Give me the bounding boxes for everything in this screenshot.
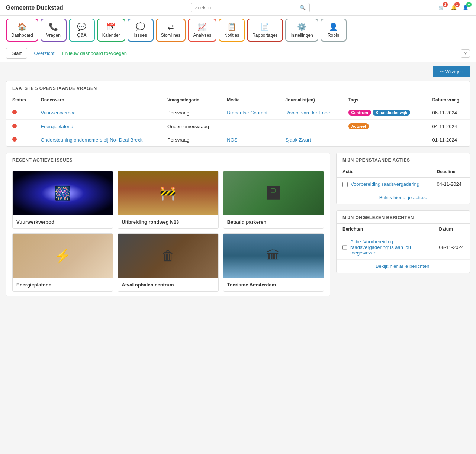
acties-col-deadline: Deadline	[431, 166, 470, 178]
bekijk-acties-link[interactable]: Bekijk hier al je acties.	[337, 191, 470, 204]
col-tags: Tags	[342, 94, 427, 106]
search-icon[interactable]: 🔍	[300, 5, 306, 10]
storylines-icon: ⇄	[168, 22, 174, 31]
onderwerp-link[interactable]: Vuurwerkverbod	[41, 110, 75, 116]
issue-card-title: Vuurwerkverbod	[13, 215, 113, 228]
nav-label-instellingen: Instellingen	[290, 33, 313, 38]
onderwerp-link[interactable]: Ondersteuning ondernemers bij No- Deal B…	[41, 137, 142, 143]
issue-card-title: Energieplafond	[13, 278, 113, 291]
onderwerp-cell: Vuurwerkverbod	[35, 106, 161, 120]
chat-icon: 💬	[77, 22, 86, 31]
table-row: Ondersteuning ondernemers bij No- Deal B…	[6, 133, 470, 147]
ongelezen-berichten-panel: MIJN ONGELEZEN BERICHTEN Berichten Datum…	[336, 210, 470, 273]
search-bar[interactable]: 🔍	[191, 3, 310, 12]
bericht-cell: Actie 'Voorbereiding raadsvergadering' i…	[337, 235, 433, 260]
bekijk-berichten-link[interactable]: Bekijk hier al je berichten.	[337, 259, 470, 273]
issue-card[interactable]: 🚧 Uitbreiding rondweg N13	[118, 171, 218, 229]
table-row: Vuurwerkverbod Persvraag Brabantse Coura…	[6, 106, 470, 120]
header-icons: 🛒 1 🔔 1 👤 ●	[437, 3, 470, 12]
vraagcategorie-cell: Persvraag	[161, 106, 221, 120]
tasks-badge: 1	[443, 2, 448, 7]
issue-card-icon: 🏛	[267, 248, 280, 264]
issue-card[interactable]: 🅿 Betaald parkeren	[223, 171, 324, 229]
issue-card-title: Toerisme Amsterdam	[223, 278, 324, 291]
nav-bar: 🏠 Dashboard 📞 Vragen 💬 Q&A 📅 Kalender 💭 …	[0, 16, 476, 45]
wijzigen-button[interactable]: ✏ Wijzigen	[433, 66, 470, 77]
nav-item-notities[interactable]: 📋 Notities	[219, 19, 245, 42]
laatste-vragen-section: LAATSTE 5 OPENSTAANDE VRAGEN Status Onde…	[6, 81, 470, 147]
issue-card[interactable]: 🏛 Toerisme Amsterdam	[223, 233, 324, 292]
media-link[interactable]: Brabantse Courant	[227, 110, 267, 116]
issue-card[interactable]: 🗑 Afval ophalen centrum	[118, 233, 218, 292]
status-dot	[12, 137, 17, 142]
nav-item-kalender[interactable]: 📅 Kalender	[97, 19, 125, 42]
bell-icon-btn[interactable]: 🔔 1	[449, 3, 458, 12]
nav-item-instellingen[interactable]: ⚙️ Instellingen	[285, 19, 318, 42]
journalist-link[interactable]: Robert van der Ende	[285, 110, 330, 116]
media-cell: Brabantse Courant	[221, 106, 279, 120]
nav-item-dashboard[interactable]: 🏠 Dashboard	[6, 19, 38, 42]
journalist-link[interactable]: Sjaak Zwart	[285, 137, 311, 143]
nav-item-storylines[interactable]: ⇄ Storylines	[156, 19, 186, 42]
avatar-icon-btn[interactable]: 👤 ●	[461, 3, 470, 12]
nav-item-vragen[interactable]: 📞 Vragen	[41, 19, 67, 42]
bericht-checkbox[interactable]	[342, 245, 347, 250]
openstaande-acties-panel: MIJN OPENSTAANDE ACTIES Actie Deadline V…	[336, 153, 470, 204]
avatar-badge: ●	[466, 2, 472, 7]
user-icon: 👤	[329, 22, 338, 31]
onderwerp-cell: Ondersteuning ondernemers bij No- Deal B…	[35, 133, 161, 147]
status-cell	[6, 120, 35, 133]
nav-label-kalender: Kalender	[102, 33, 120, 38]
nav-label-vragen: Vragen	[46, 33, 61, 38]
add-dashboard-button[interactable]: + Nieuw dashboard toevoegen	[61, 51, 127, 56]
header: Gemeente Duckstad 🔍 🛒 1 🔔 1 👤 ●	[0, 0, 476, 16]
notities-icon: 📋	[227, 22, 237, 31]
col-media: Media	[221, 94, 279, 106]
acties-title: MIJN OPENSTAANDE ACTIES	[337, 153, 470, 166]
nav-item-robin[interactable]: 👤 Robin	[321, 19, 347, 42]
datum-cell: 06-11-2024	[426, 106, 470, 120]
vragen-table: Status Onderwerp Vraagcategorie Media Jo…	[6, 94, 470, 146]
tab-overzicht[interactable]: Overzicht	[29, 48, 60, 58]
tasks-icon-btn[interactable]: 🛒 1	[437, 3, 446, 12]
acties-col-actie: Actie	[337, 166, 431, 178]
berichten-table: Berichten Datum Actie 'Voorbereiding raa…	[337, 224, 470, 259]
col-onderwerp: Onderwerp	[35, 94, 161, 106]
issues-title: RECENT ACTIEVE ISSUES	[6, 153, 330, 166]
onderwerp-link[interactable]: Energieplafond	[41, 124, 73, 129]
tag: Actueel	[348, 123, 369, 129]
actie-link[interactable]: Voorbereiding raadsvergadering	[351, 181, 419, 187]
nav-item-rapportages[interactable]: 📄 Rapportages	[247, 19, 283, 42]
media-link[interactable]: NOS	[227, 137, 237, 143]
nav-label-analyses: Analyses	[193, 33, 211, 38]
main-content: LAATSTE 5 OPENSTAANDE VRAGEN Status Onde…	[0, 81, 476, 308]
issue-card[interactable]: ⚡ Energieplafond	[12, 233, 113, 292]
nav-item-issues[interactable]: 💭 Issues	[128, 19, 154, 42]
tags-cell: Actueel	[342, 120, 427, 133]
tag: Centrum	[348, 110, 371, 116]
issue-card-image: 🗑	[118, 234, 218, 278]
search-input[interactable]	[195, 5, 300, 10]
datum-cell: 04-11-2024	[426, 120, 470, 133]
issue-card[interactable]: 🎆 Vuurwerkverbod	[12, 171, 113, 229]
actie-checkbox[interactable]	[342, 182, 348, 187]
nav-label-robin: Robin	[328, 33, 339, 38]
status-cell	[6, 106, 35, 120]
issue-card-image: 🎆	[13, 171, 113, 215]
issue-card-title: Uitbreiding rondweg N13	[118, 215, 218, 228]
nav-item-qa[interactable]: 💬 Q&A	[69, 19, 95, 42]
issue-card-image: 🅿	[223, 171, 324, 215]
bericht-link[interactable]: Actie 'Voorbereiding raadsvergadering' i…	[350, 239, 427, 256]
vraagcategorie-cell: Ondernemersvraag	[161, 120, 221, 133]
nav-label-notities: Notities	[224, 33, 239, 38]
help-button[interactable]: ?	[461, 49, 470, 58]
journalist-cell	[279, 120, 342, 133]
nav-label-rapportages: Rapportages	[252, 33, 278, 38]
status-dot	[12, 124, 17, 128]
deadline-cell: 04-11-2024	[431, 178, 470, 191]
tab-start[interactable]: Start	[6, 48, 27, 59]
issue-card-icon: ⚡	[54, 248, 71, 264]
nav-item-analyses[interactable]: 📈 Analyses	[188, 19, 216, 42]
wijzigen-bar: ✏ Wijzigen	[0, 62, 476, 81]
media-cell	[221, 120, 279, 133]
